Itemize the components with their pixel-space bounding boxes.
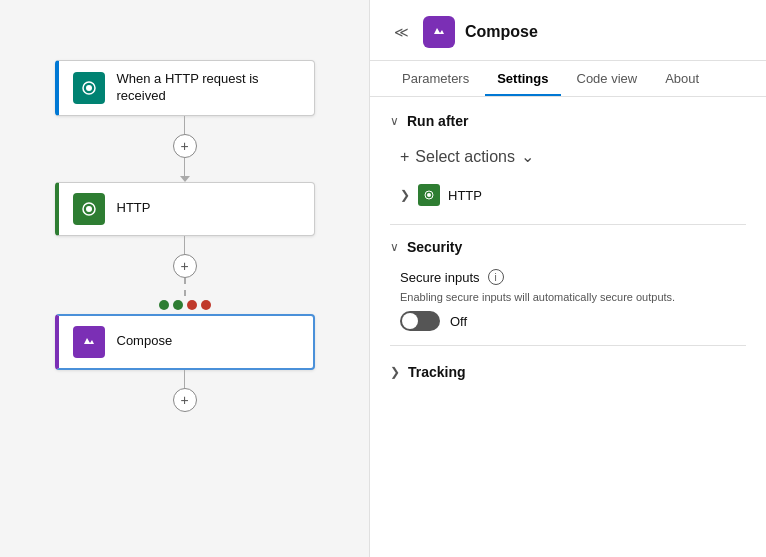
panel-header-icon [423,16,455,48]
compose-icon [73,326,105,358]
add-button-2[interactable]: + [173,254,197,278]
http-action-icon [418,184,440,206]
dot-1 [159,300,169,310]
flow-diagram-panel: When a HTTP request is received + HTTP + [0,0,370,557]
panel-title: Compose [465,23,538,41]
tab-codeview[interactable]: Code view [565,61,650,96]
trigger-label: When a HTTP request is received [117,71,300,105]
line-4 [184,278,186,296]
secure-inputs-description: Enabling secure inputs will automaticall… [400,291,746,303]
tracking-section-header[interactable]: ❯ Tracking [390,360,746,380]
tab-parameters[interactable]: Parameters [390,61,481,96]
dot-4 [201,300,211,310]
http-action-row: ❯ HTTP [400,180,746,210]
run-after-title: Run after [407,113,468,129]
run-after-section-header[interactable]: ∨ Run after [390,113,746,129]
http-icon [73,193,105,225]
divider-2 [390,345,746,346]
tracking-title: Tracking [408,364,466,380]
tracking-chevron: ❯ [390,365,400,379]
toggle-state-label: Off [450,314,467,329]
compose-label: Compose [117,333,173,350]
dot-3 [187,300,197,310]
security-title: Security [407,239,462,255]
run-after-content: + Select actions ⌄ ❯ HTTP [400,143,746,210]
add-button-1[interactable]: + [173,134,197,158]
select-actions-button[interactable]: + Select actions ⌄ [400,143,534,170]
trigger-node[interactable]: When a HTTP request is received [55,60,315,116]
secure-inputs-label: Secure inputs [400,270,480,285]
connector-1: + [173,116,197,182]
tab-about[interactable]: About [653,61,711,96]
compose-node[interactable]: Compose [55,314,315,370]
tab-settings[interactable]: Settings [485,61,560,96]
connector-3: + [173,370,197,412]
settings-panel: ≪ Compose Parameters Settings Code view … [370,0,766,557]
svg-point-1 [86,85,92,91]
http-label: HTTP [117,200,151,217]
dot-2 [173,300,183,310]
line-5 [184,370,185,388]
line-2 [184,158,185,176]
arrow-1 [180,176,190,182]
line-1 [184,116,185,134]
security-section: ∨ Security Secure inputs i Enabling secu… [390,239,746,331]
collapse-button[interactable]: ≪ [390,20,413,44]
http-expand-icon[interactable]: ❯ [400,188,410,202]
http-action-label: HTTP [448,188,482,203]
trigger-icon [73,72,105,104]
toggle-row: Off [400,311,746,331]
svg-point-5 [427,193,431,197]
toggle-knob [402,313,418,329]
secure-inputs-row: Secure inputs i [400,269,746,285]
select-actions-chevron: ⌄ [521,147,534,166]
secure-inputs-toggle[interactable] [400,311,440,331]
select-actions-label: Select actions [415,148,515,166]
divider-1 [390,224,746,225]
line-3 [184,236,185,254]
add-button-3[interactable]: + [173,388,197,412]
security-chevron: ∨ [390,240,399,254]
http-node[interactable]: HTTP [55,182,315,236]
run-after-chevron: ∨ [390,114,399,128]
security-section-header[interactable]: ∨ Security [390,239,746,255]
connector-2: + [173,236,197,296]
secure-inputs-info-icon[interactable]: i [488,269,504,285]
svg-point-3 [86,206,92,212]
panel-header: ≪ Compose [370,0,766,61]
plus-icon: + [400,148,409,166]
panel-content: ∨ Run after + Select actions ⌄ ❯ HTTP [370,97,766,396]
tab-bar: Parameters Settings Code view About [370,61,766,97]
status-dots [159,300,211,310]
